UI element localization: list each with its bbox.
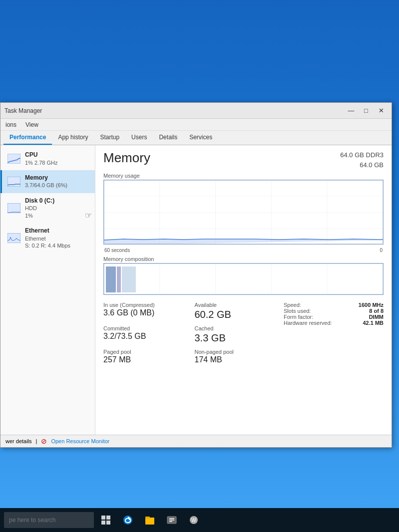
non-paged-pool-label: Non-paged pool: [195, 349, 276, 355]
menu-bar: ions View: [0, 119, 392, 131]
time-label-left: 60 seconds: [104, 248, 130, 253]
non-paged-pool-value: 174 MB: [195, 355, 276, 364]
memory-graph-icon: [7, 176, 21, 188]
separator: |: [36, 438, 37, 444]
speed-label: Speed:: [284, 302, 301, 308]
available-label: Available: [195, 302, 276, 308]
taskbar-icon-file-explorer[interactable]: [140, 510, 160, 530]
menu-options[interactable]: ions: [3, 120, 18, 129]
in-use-label: In use (Compressed): [103, 302, 185, 308]
taskbar-icon-unknown1[interactable]: [162, 510, 182, 530]
cached-value: 3.3 GB: [195, 332, 276, 344]
content-area: CPU 1% 2.78 GHz Memory 3.7/64.0 GB (6%): [0, 145, 392, 435]
tab-startup[interactable]: Startup: [94, 131, 125, 145]
memory-sidebar-text: Memory 3.7/64.0 GB (6%): [25, 174, 90, 189]
memory-composition-chart: [103, 263, 384, 295]
window-controls: — □ ✕: [345, 106, 388, 116]
hw-reserved-label: Hardware reserved:: [284, 320, 332, 326]
memory-title: Memory: [25, 174, 90, 182]
svg-rect-21: [101, 516, 105, 520]
resource-monitor-icon: ⊘: [41, 437, 47, 445]
disk-graph-icon: [7, 202, 21, 214]
spec-line1: 64.0 GB DDR3: [340, 150, 384, 160]
form-row: Form factor: DIMM: [284, 314, 384, 320]
committed-value: 3.2/73.5 GB: [103, 332, 185, 341]
disk-subtitle2: 1%: [25, 212, 90, 219]
tab-app-history[interactable]: App history: [52, 131, 94, 145]
title-bar: Task Manager — □ ✕: [0, 103, 392, 119]
sidebar-item-memory[interactable]: Memory 3.7/64.0 GB (6%): [0, 170, 95, 193]
maximize-button[interactable]: □: [360, 106, 373, 116]
tab-details[interactable]: Details: [153, 131, 183, 145]
svg-rect-1: [7, 177, 20, 187]
main-title: Memory: [103, 150, 150, 166]
spec-line2: 64.0 GB: [340, 160, 384, 170]
taskbar-icon-unknown2[interactable]: W: [184, 510, 204, 530]
tab-users[interactable]: Users: [125, 131, 153, 145]
svg-rect-13: [104, 264, 383, 294]
svg-rect-20: [122, 266, 136, 292]
time-label-right: 0: [380, 248, 383, 253]
ethernet-speed: S: 0.2 R: 4.4 Mbps: [25, 242, 90, 249]
svg-text:W: W: [191, 518, 196, 523]
sidebar-item-ethernet[interactable]: Ethernet Ethernet S: 0.2 R: 4.4 Mbps: [0, 223, 95, 253]
cached-label: Cached: [195, 325, 276, 331]
taskbar: W: [0, 508, 399, 532]
cpu-sidebar-text: CPU 1% 2.78 GHz: [25, 151, 90, 166]
hw-reserved-row: Hardware reserved: 42.1 MB: [284, 320, 384, 326]
paged-pool-value: 257 MB: [103, 355, 185, 364]
more-details-label: wer details: [5, 438, 32, 444]
svg-rect-23: [101, 521, 105, 525]
tab-services[interactable]: Services: [183, 131, 218, 145]
svg-rect-18: [106, 266, 116, 292]
form-value: DIMM: [369, 314, 384, 320]
taskmanager-window: Task Manager — □ ✕ ions View Performance…: [0, 102, 392, 448]
right-stats: Speed: 1600 MHz Slots used: 8 of 8 Form …: [284, 302, 384, 364]
stats-area: In use (Compressed) 3.6 GB (0 MB) Availa…: [103, 302, 384, 364]
tabs-bar: Performance App history Startup Users De…: [0, 131, 392, 145]
memory-usage-chart: [103, 180, 384, 245]
tab-performance[interactable]: Performance: [3, 131, 52, 145]
available-value: 60.2 GB: [195, 308, 276, 320]
sidebar-item-disk[interactable]: Disk 0 (C:) HDD 1% ☞: [0, 193, 95, 223]
cpu-title: CPU: [25, 151, 90, 159]
svg-rect-19: [117, 266, 121, 292]
minimize-button[interactable]: —: [345, 106, 358, 116]
svg-rect-2: [7, 203, 20, 213]
window-title: Task Manager: [4, 107, 42, 114]
svg-rect-12: [104, 180, 383, 244]
menu-view[interactable]: View: [23, 120, 40, 129]
ethernet-subtitle: Ethernet: [25, 235, 90, 242]
disk-sidebar-text: Disk 0 (C:) HDD 1%: [25, 197, 90, 219]
sidebar-item-cpu[interactable]: CPU 1% 2.78 GHz: [0, 147, 95, 170]
composition-label: Memory composition: [103, 256, 384, 262]
svg-rect-3: [7, 233, 20, 243]
close-button[interactable]: ✕: [375, 106, 388, 116]
stat-paged-pool: Paged pool 257 MB: [103, 349, 185, 364]
stat-in-use: In use (Compressed) 3.6 GB (0 MB): [103, 302, 185, 320]
cpu-graph-icon: [7, 153, 21, 165]
disk-title: Disk 0 (C:): [25, 197, 90, 205]
slots-label: Slots used:: [284, 308, 311, 314]
svg-rect-24: [106, 521, 110, 525]
in-use-value: 3.6 GB (0 MB): [103, 308, 185, 317]
stat-non-paged-pool: Non-paged pool 174 MB: [195, 349, 276, 364]
stat-available: Available 60.2 GB: [195, 302, 276, 320]
form-label: Form factor:: [284, 314, 313, 320]
taskbar-icon-task-view[interactable]: [96, 510, 116, 530]
slots-value: 8 of 8: [369, 308, 384, 314]
stat-cached: Cached 3.3 GB: [195, 325, 276, 344]
sidebar: CPU 1% 2.78 GHz Memory 3.7/64.0 GB (6%): [0, 145, 95, 435]
ethernet-graph-icon: [7, 232, 21, 244]
stat-committed: Committed 3.2/73.5 GB: [103, 325, 185, 344]
taskbar-search[interactable]: [4, 512, 94, 528]
chart-time-labels: 60 seconds 0: [103, 248, 384, 253]
main-header: Memory 64.0 GB DDR3 64.0 GB: [103, 150, 384, 170]
left-stats: In use (Compressed) 3.6 GB (0 MB) Availa…: [103, 302, 276, 364]
open-resource-monitor-link[interactable]: Open Resource Monitor: [51, 438, 109, 444]
cursor-icon: ☞: [85, 211, 92, 220]
taskbar-icon-edge[interactable]: [118, 510, 138, 530]
bottom-bar: wer details | ⊘ Open Resource Monitor: [0, 435, 392, 447]
disk-subtitle: HDD: [25, 205, 90, 212]
usage-label: Memory usage: [103, 173, 384, 179]
